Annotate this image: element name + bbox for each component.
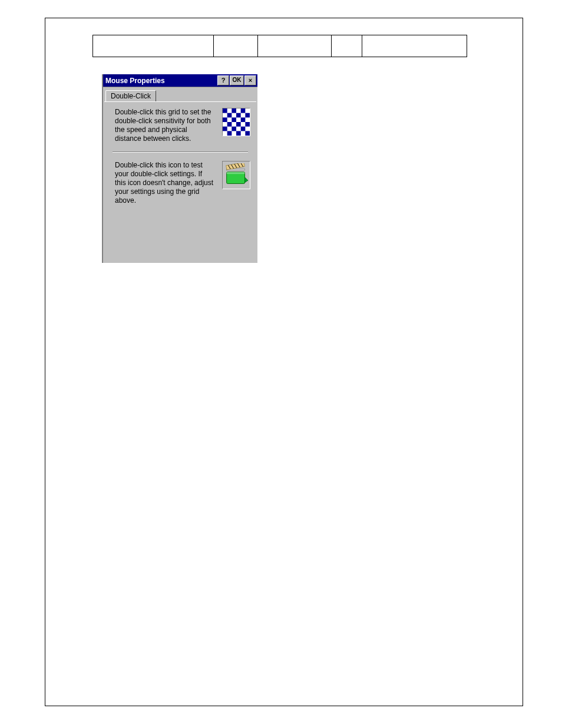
- dialog-titlebar[interactable]: Mouse Properties ? OK ×: [103, 74, 257, 87]
- sensitivity-grid-target[interactable]: [222, 108, 250, 136]
- sensitivity-section: Double-click this grid to set the double…: [104, 102, 256, 149]
- svg-rect-4: [227, 113, 232, 118]
- svg-rect-9: [241, 117, 246, 122]
- svg-rect-13: [223, 127, 227, 131]
- svg-rect-17: [236, 131, 241, 136]
- svg-rect-18: [245, 131, 250, 136]
- header-table: [92, 35, 467, 57]
- titlebar-buttons: ? OK ×: [217, 75, 256, 85]
- svg-rect-10: [227, 122, 232, 127]
- document-page-frame: Mouse Properties ? OK × Double-Click Dou…: [45, 18, 523, 706]
- svg-rect-27: [227, 172, 245, 174]
- svg-rect-8: [232, 117, 236, 122]
- header-cell: [362, 35, 467, 57]
- dialog-title: Mouse Properties: [105, 77, 165, 85]
- svg-rect-15: [241, 127, 246, 131]
- svg-rect-2: [232, 108, 236, 113]
- clapper-test-icon: [223, 163, 249, 187]
- svg-rect-16: [227, 131, 232, 136]
- header-cell: [257, 35, 331, 57]
- svg-rect-7: [223, 117, 227, 122]
- mouse-properties-dialog: Mouse Properties ? OK × Double-Click Dou…: [102, 74, 257, 263]
- header-cell: [93, 35, 214, 57]
- svg-rect-12: [245, 122, 250, 127]
- test-section: Double-click this icon to test your doub…: [104, 155, 256, 211]
- test-instructions: Double-click this icon to test your doub…: [115, 161, 217, 205]
- close-button[interactable]: ×: [244, 75, 256, 85]
- tab-panel: Double-click this grid to set the double…: [104, 101, 256, 262]
- test-icon-target[interactable]: [222, 161, 250, 189]
- svg-rect-5: [236, 113, 241, 118]
- svg-rect-6: [245, 113, 250, 118]
- svg-rect-1: [223, 108, 227, 113]
- header-cell: [332, 35, 362, 57]
- svg-rect-3: [241, 108, 246, 113]
- help-button[interactable]: ?: [217, 75, 229, 85]
- tab-double-click[interactable]: Double-Click: [105, 90, 156, 101]
- sensitivity-instructions: Double-click this grid to set the double…: [115, 108, 217, 143]
- svg-rect-11: [236, 122, 241, 127]
- ok-button[interactable]: OK: [230, 75, 244, 85]
- dialog-client-area: Double-Click Double-click this grid to s…: [103, 87, 257, 263]
- svg-rect-14: [232, 127, 236, 131]
- section-divider: [113, 151, 248, 153]
- checker-grid-icon: [223, 108, 250, 136]
- header-cell: [213, 35, 257, 57]
